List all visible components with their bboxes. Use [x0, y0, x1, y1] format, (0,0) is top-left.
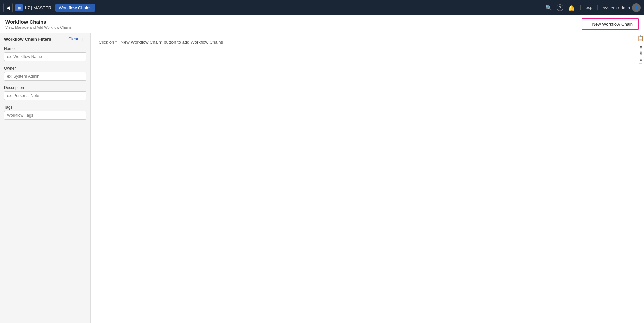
page-title: Workflow Chains [5, 19, 72, 25]
filter-owner-input[interactable] [4, 72, 86, 81]
new-workflow-plus-icon: + [588, 22, 590, 27]
filter-owner-group: Owner [4, 66, 86, 81]
breadcrumb-chip[interactable]: Workflow Chains [55, 4, 95, 12]
filter-description-input[interactable] [4, 91, 86, 100]
nav-icons: 🔍 ? 🔔 | esp | system admin 👤 [545, 3, 641, 12]
sidebar-header-right: Clear ⊢ [68, 36, 86, 42]
search-icon[interactable]: 🔍 [545, 5, 552, 11]
language-selector[interactable]: esp [586, 5, 592, 10]
inspector-label[interactable]: Inspector [639, 45, 643, 64]
app-logo: ▦ L7 | MASTER [15, 4, 51, 11]
empty-state-text: Click on "+ New Workflow Chain" button t… [99, 40, 223, 45]
filter-name-label: Name [4, 46, 86, 51]
content-area: Click on "+ New Workflow Chain" button t… [91, 33, 637, 323]
filter-name-group: Name [4, 46, 86, 61]
filter-owner-label: Owner [4, 66, 86, 71]
filter-description-label: Description [4, 85, 86, 90]
page-header: Workflow Chains View, Manage and Add Wor… [0, 15, 644, 33]
back-button[interactable]: ◀ [3, 3, 13, 12]
sidebar-filter-title: Workflow Chain Filters [4, 37, 51, 42]
new-workflow-label: New Workflow Chain [592, 22, 633, 27]
page-subtitle: View, Manage and Add Workflow Chains [5, 25, 72, 29]
filter-description-group: Description [4, 85, 86, 100]
filter-tags-label: Tags [4, 105, 86, 110]
sidebar-header: Workflow Chain Filters Clear ⊢ [4, 36, 86, 42]
filter-name-input[interactable] [4, 52, 86, 61]
clear-filters-button[interactable]: Clear [68, 37, 78, 41]
bell-icon[interactable]: 🔔 [568, 5, 575, 11]
filter-tags-input[interactable] [4, 111, 86, 120]
new-workflow-chain-button[interactable]: + New Workflow Chain [582, 18, 639, 30]
page-header-left: Workflow Chains View, Manage and Add Wor… [5, 19, 72, 29]
inspector-icon[interactable]: 📋 [637, 35, 644, 41]
main-layout: Workflow Chain Filters Clear ⊢ Name Owne… [0, 33, 644, 323]
nav-divider: | [580, 5, 581, 11]
app-logo-icon: ▦ [15, 4, 23, 11]
user-menu[interactable]: system admin 👤 [603, 3, 641, 12]
inspector-panel: 📋 Inspector [637, 33, 644, 323]
top-navigation: ◀ ▦ L7 | MASTER Workflow Chains 🔍 ? 🔔 | … [0, 0, 644, 15]
user-label: system admin [603, 5, 630, 10]
sidebar-filters: Workflow Chain Filters Clear ⊢ Name Owne… [0, 33, 91, 323]
empty-state-message: Click on "+ New Workflow Chain" button t… [91, 33, 637, 323]
collapse-sidebar-button[interactable]: ⊢ [81, 36, 86, 42]
nav-divider-2: | [597, 5, 598, 11]
app-name: L7 | MASTER [25, 5, 51, 10]
help-icon[interactable]: ? [557, 4, 563, 11]
filter-tags-group: Tags [4, 105, 86, 120]
avatar: 👤 [632, 3, 641, 12]
